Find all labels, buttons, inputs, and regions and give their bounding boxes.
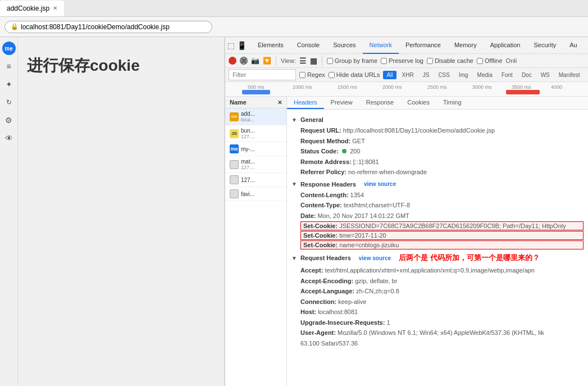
tab-close-btn[interactable]: ✕	[53, 5, 57, 11]
filter-css[interactable]: CSS	[435, 71, 453, 79]
camera-icon[interactable]: 📷	[251, 57, 259, 65]
timeline-bar: 500 ms 1000 ms 1500 ms 2000 ms 2500 ms 3…	[225, 82, 588, 97]
useragent-key: User-Agent:	[300, 329, 336, 336]
offline-checkbox[interactable]: Offline	[477, 57, 503, 64]
request-headers-view-source[interactable]: view source	[359, 255, 391, 261]
item-sub-3: 127....	[241, 165, 255, 170]
general-section-header: ▼ General	[291, 116, 584, 123]
regex-input[interactable]	[299, 72, 306, 78]
filter-manifest[interactable]: Manifest	[555, 71, 584, 79]
set-cookie-val-3: name=cnblogs-jizuiku	[339, 242, 399, 248]
refresh-icon[interactable]: ↻	[2, 96, 16, 109]
address-bar-row: 🔒 localhost:8081/Day11/cookieDemo/addCoo…	[0, 17, 588, 37]
regex-checkbox[interactable]: Regex	[299, 71, 325, 78]
item-sub-0: loca...	[241, 117, 255, 122]
response-headers-title: Response Headers	[300, 181, 356, 188]
list-item-5[interactable]: favi...	[225, 187, 286, 201]
useragent-cont-val: 63.100 Safari/537.36	[300, 340, 358, 347]
name-close-btn[interactable]: ✕	[277, 99, 282, 106]
tab-sources[interactable]: Sources	[326, 37, 362, 54]
preserve-log-input[interactable]	[381, 58, 387, 64]
name-panel: Name ✕ </> add... loca... JS bun... 127.…	[225, 97, 287, 386]
filter-img[interactable]: Img	[455, 71, 472, 79]
main-layout: me ≡ ✦ ↻ ⚙ 👁 进行保存cookie ⬚ 📱 Elements Con…	[0, 37, 588, 386]
hamburger-icon[interactable]: ≡	[2, 60, 16, 73]
detail-tab-preview[interactable]: Preview	[324, 97, 359, 109]
filter-js[interactable]: JS	[420, 71, 433, 79]
list-item-4[interactable]: 127...	[225, 173, 286, 187]
filter-doc[interactable]: Doc	[518, 71, 535, 79]
lock-icon: 🔒	[11, 23, 19, 30]
tab-network[interactable]: Network	[363, 37, 399, 54]
list-item-label-2: my-...	[241, 146, 255, 152]
preserve-log-label: Preserve log	[389, 57, 423, 64]
tab-security[interactable]: Security	[527, 37, 563, 54]
list-item-2[interactable]: me my-...	[225, 142, 286, 156]
date-row: Date: Mon, 20 Nov 2017 14:01:22 GMT	[291, 211, 584, 221]
filter-media[interactable]: Media	[474, 71, 496, 79]
list-item-3[interactable]: mat... 127....	[225, 156, 286, 173]
useragent-val: Mozilla/5.0 (Windows NT 6.1; Win64; x64)…	[338, 329, 544, 336]
offline-label: Offline	[485, 57, 503, 64]
offline-input[interactable]	[477, 58, 483, 64]
accept-val: text/html,application/xhtml+xml,applicat…	[325, 267, 535, 274]
list-item-label-3: mat... 127....	[241, 158, 255, 170]
address-bar[interactable]: 🔒 localhost:8081/Day11/cookieDemo/addCoo…	[4, 21, 212, 33]
inspect-icon[interactable]: ⬚	[227, 41, 235, 50]
group-by-frame-checkbox[interactable]: Group by frame	[327, 57, 377, 64]
filter-ws[interactable]: WS	[537, 71, 553, 79]
detail-tab-headers[interactable]: Headers	[287, 97, 324, 109]
tab-memory[interactable]: Memory	[448, 37, 484, 54]
request-headers-toggle[interactable]: ▼	[291, 255, 297, 261]
waterfall-view-icon[interactable]: ▦	[310, 56, 317, 65]
detail-tab-response[interactable]: Response	[359, 97, 401, 109]
tab-performance[interactable]: Performance	[399, 37, 448, 54]
response-headers-section-header: ▼ Response Headers view source	[291, 181, 584, 188]
avatar-icon[interactable]: me	[2, 42, 16, 55]
general-toggle[interactable]: ▼	[291, 117, 297, 123]
response-headers-view-source[interactable]: view source	[364, 181, 396, 187]
hide-data-urls-checkbox[interactable]: Hide data URLs	[329, 71, 380, 78]
content-length-key: Content-Length:	[300, 192, 349, 198]
group-by-frame-input[interactable]	[327, 58, 333, 64]
set-cookie-key-2: Set-Cookie:	[303, 232, 338, 239]
stop-button[interactable]	[240, 57, 248, 65]
eye-icon[interactable]: 👁	[2, 131, 16, 145]
list-item-0[interactable]: </> add... loca...	[225, 108, 286, 125]
list-item-label-4: 127...	[241, 177, 255, 183]
device-icon[interactable]: 📱	[237, 41, 247, 50]
hide-data-urls-label: Hide data URLs	[336, 71, 380, 78]
content-type-key: Content-Type:	[300, 202, 342, 208]
filter-icon[interactable]: 🔽	[263, 57, 271, 65]
disable-cache-input[interactable]	[427, 58, 433, 64]
tab-console[interactable]: Console	[290, 37, 326, 54]
list-view-icon[interactable]: ☰	[299, 56, 307, 65]
set-cookie-val-2: time=2017-11-20	[339, 232, 386, 239]
list-item-1[interactable]: JS bun... 127....	[225, 125, 286, 142]
accept-encoding-val: gzip, deflate, br	[355, 278, 397, 284]
tab-au[interactable]: Au	[563, 37, 584, 54]
active-tab[interactable]: addCookie.jsp ✕	[0, 1, 64, 16]
filter-input[interactable]	[229, 69, 296, 80]
regex-label: Regex	[307, 71, 325, 78]
preserve-log-checkbox[interactable]: Preserve log	[381, 57, 423, 64]
record-button[interactable]	[229, 57, 236, 65]
detail-tabs: Headers Preview Response Cookies Timing	[287, 97, 588, 110]
detail-tab-timing[interactable]: Timing	[436, 97, 468, 109]
detail-tab-cookies[interactable]: Cookies	[400, 97, 436, 109]
filter-xhr[interactable]: XHR	[399, 71, 417, 79]
set-cookie-row-3: Set-Cookie: name=cnblogs-jizuiku	[300, 240, 584, 249]
settings-icon[interactable]: ⚙	[2, 113, 16, 127]
hide-data-urls-input[interactable]	[329, 72, 335, 78]
tick-4000: 4000	[551, 84, 562, 90]
disable-cache-checkbox[interactable]: Disable cache	[427, 57, 473, 64]
filter-all[interactable]: All	[383, 71, 396, 79]
tab-elements[interactable]: Elements	[251, 37, 290, 54]
cursor-icon[interactable]: ✦	[2, 78, 16, 91]
tab-application[interactable]: Application	[484, 37, 527, 54]
filter-font[interactable]: Font	[498, 71, 516, 79]
item-name-2: my-...	[241, 146, 255, 152]
response-headers-toggle[interactable]: ▼	[291, 181, 297, 187]
content-type-val: text/html;charset=UTF-8	[344, 202, 410, 208]
general-title: General	[300, 116, 323, 123]
